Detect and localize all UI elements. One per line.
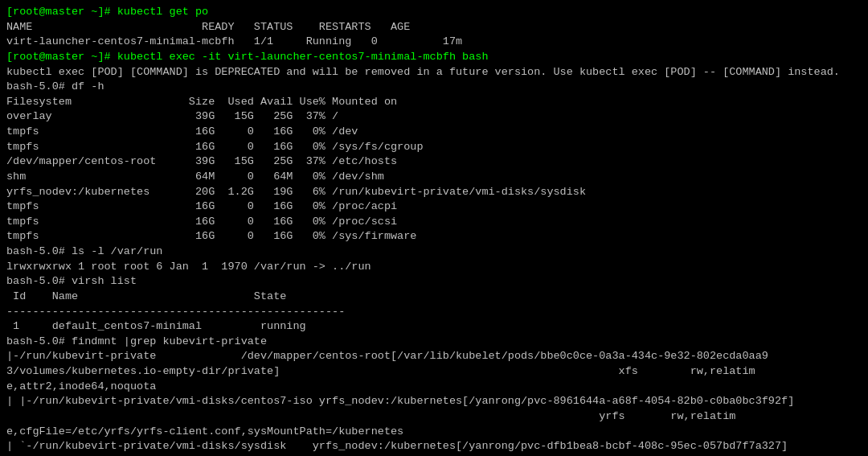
terminal-line: ----------------------------------------…	[6, 305, 862, 320]
terminal-line: tmpfs 16G 0 16G 0% /sys/fs/cgroup	[6, 140, 862, 155]
terminal-line: virt-launcher-centos7-minimal-mcbfh 1/1 …	[6, 35, 862, 50]
terminal-line: bash-5.0# df -h	[6, 80, 862, 95]
terminal-line: tmpfs 16G 0 16G 0% /proc/acpi	[6, 199, 862, 215]
terminal: [root@master ~]# kubectl get poNAME READ…	[0, 0, 868, 456]
terminal-line: |-/run/kubevirt-private /dev/mapper/cent…	[6, 349, 862, 364]
terminal-line: shm 64M 0 64M 0% /dev/shm	[6, 170, 862, 185]
terminal-line: bash-5.0# ls -l /var/run	[6, 244, 862, 260]
terminal-line: e,cfgFile=/etc/yrfs/yrfs-client.conf,sys…	[6, 425, 862, 440]
terminal-line: Id Name State	[6, 290, 862, 305]
terminal-line: yrfs_nodev:/kubernetes 20G 1.2G 19G 6% /…	[6, 185, 862, 200]
terminal-line: tmpfs 16G 0 16G 0% /sys/firmware	[6, 229, 862, 244]
terminal-line: yrfs rw,relatim	[6, 409, 862, 425]
terminal-line: 1 default_centos7-minimal running	[6, 319, 862, 335]
terminal-line: kubectl exec [POD] [COMMAND] is DEPRECAT…	[6, 65, 862, 80]
terminal-line: | `-/run/kubevirt-private/vmi-disks/sysd…	[6, 439, 862, 454]
terminal-line: tmpfs 16G 0 16G 0% /proc/scsi	[6, 215, 862, 230]
terminal-line: [root@master ~]# kubectl get po	[6, 5, 862, 20]
terminal-line: lrwxrwxrwx 1 root root 6 Jan 1 1970 /var…	[6, 260, 862, 275]
terminal-line: bash-5.0# findmnt |grep kubevirt-private	[6, 335, 862, 350]
terminal-line: 3/volumes/kubernetes.io-empty-dir/privat…	[6, 364, 862, 380]
terminal-line: e,attr2,inode64,noquota	[6, 380, 862, 395]
terminal-line: Filesystem Size Used Avail Use% Mounted …	[6, 95, 862, 110]
terminal-line: [root@master ~]# kubectl exec -it virt-l…	[6, 50, 862, 65]
terminal-line: /dev/mapper/centos-root 39G 15G 25G 37% …	[6, 154, 862, 170]
terminal-line: bash-5.0# virsh list	[6, 274, 862, 290]
terminal-line: NAME READY STATUS RESTARTS AGE	[6, 20, 862, 35]
terminal-line: overlay 39G 15G 25G 37% /	[6, 109, 862, 125]
terminal-line: | |-/run/kubevirt-private/vmi-disks/cent…	[6, 394, 862, 409]
terminal-line: tmpfs 16G 0 16G 0% /dev	[6, 125, 862, 140]
